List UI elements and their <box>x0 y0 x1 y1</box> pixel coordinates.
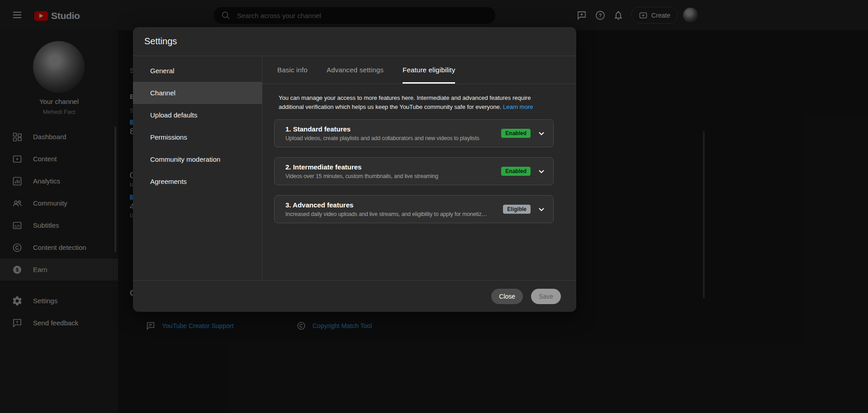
tab-basic-info[interactable]: Basic info <box>277 56 308 84</box>
settings-modal: Settings General Channel Upload defaults… <box>133 27 576 312</box>
settings-nav-agreements[interactable]: Agreements <box>133 170 262 192</box>
card-title: 1. Standard features <box>285 125 497 133</box>
settings-nav-permissions[interactable]: Permissions <box>133 126 262 148</box>
card-title: 3. Advanced features <box>285 201 498 209</box>
settings-nav: General Channel Upload defaults Permissi… <box>133 56 262 280</box>
status-badge: Enabled <box>501 129 531 138</box>
card-subtitle: Upload videos, create playlists and add … <box>285 135 497 141</box>
advanced-features-card[interactable]: 3. Advanced features Increased daily vid… <box>274 195 554 223</box>
card-text: 3. Advanced features Increased daily vid… <box>285 201 498 217</box>
close-button[interactable]: Close <box>491 289 523 304</box>
settings-nav-upload-defaults[interactable]: Upload defaults <box>133 104 262 126</box>
settings-nav-general[interactable]: General <box>133 60 262 82</box>
channel-tabs: Basic info Advanced settings Feature eli… <box>262 56 576 84</box>
intermediate-features-card[interactable]: 2. Intermediate features Videos over 15 … <box>274 157 554 185</box>
card-title: 2. Intermediate features <box>285 163 497 171</box>
card-subtitle: Videos over 15 minutes, custom thumbnail… <box>285 173 497 179</box>
status-badge: Eligible <box>503 205 531 214</box>
feature-eligibility-description: You can manage your access to more featu… <box>279 94 554 112</box>
chevron-down-icon[interactable] <box>536 204 547 215</box>
card-text: 1. Standard features Upload videos, crea… <box>285 125 497 141</box>
tab-feature-eligibility[interactable]: Feature eligibility <box>403 56 455 84</box>
feature-cards: 1. Standard features Upload videos, crea… <box>274 119 554 233</box>
save-button[interactable]: Save <box>531 289 561 304</box>
description-text: You can manage your access to more featu… <box>279 94 531 110</box>
modal-title: Settings <box>133 27 576 56</box>
tab-advanced-settings[interactable]: Advanced settings <box>327 56 384 84</box>
settings-nav-channel[interactable]: Channel <box>133 82 262 104</box>
modal-footer: Close Save <box>133 280 576 312</box>
learn-more-link[interactable]: Learn more <box>503 103 533 110</box>
standard-features-card[interactable]: 1. Standard features Upload videos, crea… <box>274 119 554 147</box>
chevron-down-icon[interactable] <box>536 166 547 177</box>
chevron-down-icon[interactable] <box>536 128 547 139</box>
settings-nav-community-moderation[interactable]: Community moderation <box>133 148 262 170</box>
channel-settings-panel: Basic info Advanced settings Feature eli… <box>262 56 576 280</box>
status-badge: Enabled <box>501 167 531 176</box>
card-text: 2. Intermediate features Videos over 15 … <box>285 163 497 179</box>
modal-body: General Channel Upload defaults Permissi… <box>133 56 576 280</box>
card-subtitle: Increased daily video uploads and live s… <box>285 211 498 217</box>
